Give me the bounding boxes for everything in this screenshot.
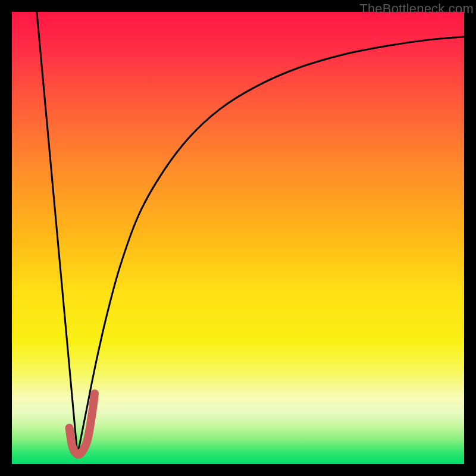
gradient-background [12, 12, 464, 464]
chart-frame: TheBottleneck.com [0, 0, 476, 476]
chart-svg [12, 12, 464, 464]
watermark-text: TheBottleneck.com [359, 1, 474, 17]
plot-area [12, 12, 464, 464]
